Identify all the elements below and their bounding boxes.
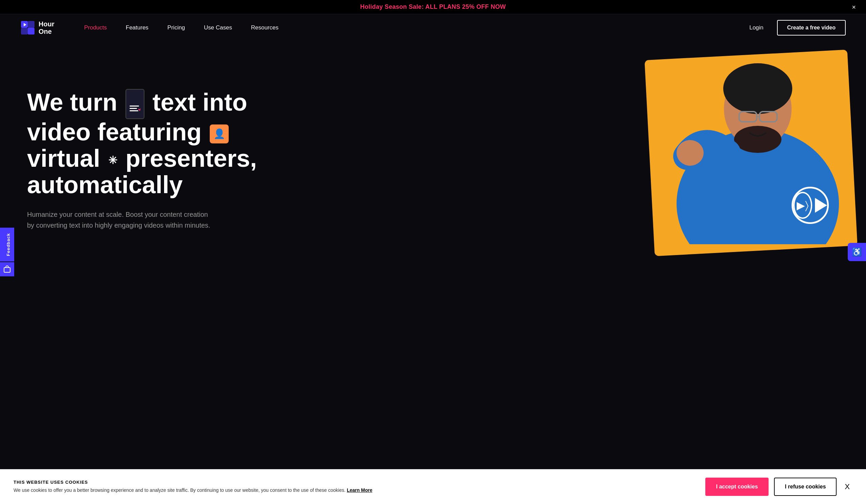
play-button[interactable]: ▶〉 — [791, 187, 829, 224]
svg-rect-16 — [4, 268, 10, 272]
svg-point-10 — [723, 63, 792, 114]
accept-cookies-button[interactable]: I accept cookies — [705, 478, 769, 496]
logo[interactable]: Hour One — [20, 20, 54, 35]
cookie-text: THIS WEBSITE USES COOKIES We use cookies… — [13, 480, 697, 494]
cookie-desc-text: We use cookies to offer you a better bro… — [13, 488, 347, 493]
svg-rect-2 — [21, 28, 28, 34]
nav-resources[interactable]: Resources — [242, 14, 288, 41]
learn-more-link[interactable]: Learn More — [347, 488, 372, 493]
cookie-banner: THIS WEBSITE USES COOKIES We use cookies… — [0, 469, 866, 504]
hero-subtitle: Humanize your content at scale. Boost yo… — [27, 209, 216, 231]
refuse-cookies-button[interactable]: I refuse cookies — [774, 478, 836, 496]
play-icon: ▶〉 — [793, 192, 812, 219]
headline-text-3: virtual — [27, 145, 107, 172]
sidebar-cart-icon[interactable] — [0, 262, 14, 276]
banner-close-button[interactable]: × — [852, 4, 856, 11]
create-video-button[interactable]: Create a free video — [777, 20, 846, 35]
nav-actions: Login Create a free video — [744, 20, 846, 35]
nav-use-cases[interactable]: Use Cases — [195, 14, 242, 41]
logo-icon — [20, 20, 35, 35]
svg-rect-3 — [28, 28, 34, 34]
banner-text: Holiday Season Sale: ALL PLANS 25% OFF N… — [360, 3, 506, 10]
nav-features[interactable]: Features — [116, 14, 158, 41]
hero-headline: We turn text intovideo featuring virtual… — [27, 89, 257, 198]
cookie-title: THIS WEBSITE USES COOKIES — [13, 480, 697, 485]
nav-products[interactable]: Products — [75, 14, 116, 41]
logo-line1: Hour — [38, 20, 54, 28]
svg-rect-5 — [130, 105, 139, 107]
cookie-actions: I accept cookies I refuse cookies X — [705, 478, 853, 496]
login-button[interactable]: Login — [744, 22, 769, 34]
star-icon: ✳ — [108, 155, 118, 166]
headline-text-1: We turn — [27, 88, 124, 115]
svg-rect-7 — [130, 110, 138, 111]
accessibility-button[interactable]: ♿ — [848, 243, 866, 261]
text-icon — [125, 89, 144, 120]
presenter-badge-icon — [210, 124, 229, 143]
person-image: ▶〉 — [646, 48, 856, 251]
hero-image: ▶〉 — [629, 41, 866, 278]
svg-rect-1 — [28, 21, 34, 28]
feedback-tab[interactable]: Feedback — [0, 228, 14, 261]
logo-text: Hour One — [38, 20, 54, 35]
top-banner: Holiday Season Sale: ALL PLANS 25% OFF N… — [0, 0, 866, 14]
svg-point-15 — [677, 140, 704, 166]
nav-pricing[interactable]: Pricing — [158, 14, 195, 41]
sidebar-feedback: Feedback — [0, 228, 14, 276]
cookie-description: We use cookies to offer you a better bro… — [13, 487, 697, 494]
cookie-close-button[interactable]: X — [842, 481, 853, 493]
hero-section: We turn text intovideo featuring virtual… — [0, 41, 866, 278]
hero-content: We turn text intovideo featuring virtual… — [27, 89, 257, 231]
svg-rect-6 — [130, 108, 137, 109]
logo-line2: One — [38, 28, 54, 35]
navbar: Hour One Products Features Pricing Use C… — [0, 14, 866, 41]
svg-point-14 — [734, 126, 781, 153]
nav-links: Products Features Pricing Use Cases Reso… — [75, 14, 744, 41]
